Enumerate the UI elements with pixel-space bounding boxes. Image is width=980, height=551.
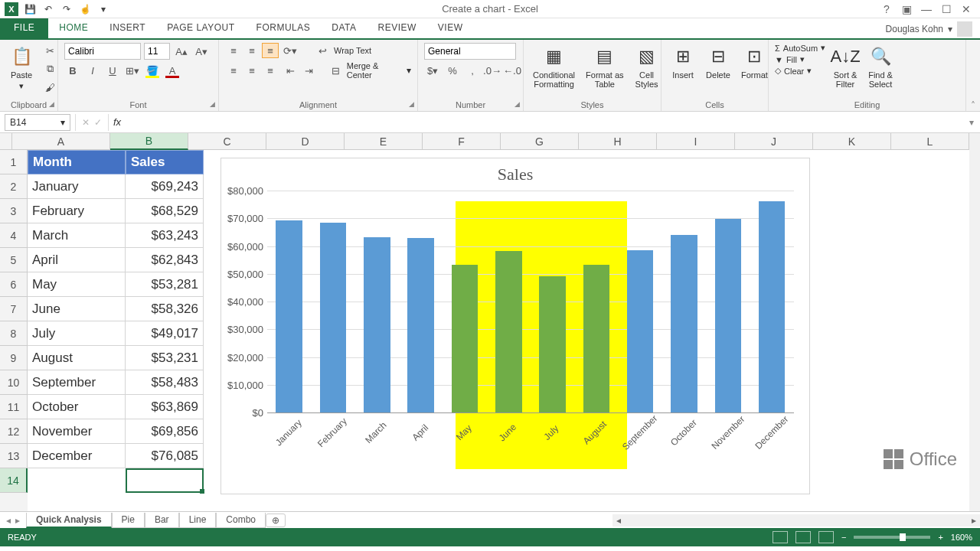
row-header[interactable]: 12 xyxy=(0,419,28,444)
formula-input[interactable] xyxy=(126,114,969,131)
align-bottom-icon[interactable]: ≡ xyxy=(262,43,279,58)
add-sheet-button[interactable]: ⊕ xyxy=(266,514,286,527)
sheet-tab[interactable]: Pie xyxy=(112,513,145,528)
data-cell[interactable]: November xyxy=(28,419,126,444)
bold-button[interactable]: B xyxy=(64,63,81,78)
row-header[interactable]: 5 xyxy=(0,248,28,272)
cut-icon[interactable]: ✂ xyxy=(41,43,58,58)
select-all-button[interactable] xyxy=(0,133,12,150)
column-header[interactable]: A xyxy=(12,133,110,150)
data-cell[interactable]: $58,483 xyxy=(126,370,204,395)
row-header[interactable]: 14 xyxy=(0,468,28,493)
chart-bar[interactable] xyxy=(452,265,478,412)
data-cell[interactable]: $53,231 xyxy=(126,346,204,370)
chart[interactable]: Sales $0$10,000$20,000$30,000$40,000$50,… xyxy=(220,158,810,494)
row-header[interactable]: 7 xyxy=(0,297,28,321)
data-cell[interactable]: January xyxy=(28,174,126,199)
chart-bar[interactable] xyxy=(539,276,565,412)
insert-cells-button[interactable]: ⊞Insert xyxy=(668,43,698,81)
font-size-input[interactable] xyxy=(144,43,170,60)
row-header[interactable]: 4 xyxy=(0,223,28,248)
currency-icon[interactable]: $▾ xyxy=(424,63,441,78)
percent-icon[interactable]: % xyxy=(444,63,461,78)
column-header[interactable]: L xyxy=(891,133,969,150)
increase-font-icon[interactable]: A▴ xyxy=(173,44,190,59)
align-top-icon[interactable]: ≡ xyxy=(225,43,242,58)
decrease-font-icon[interactable]: A▾ xyxy=(193,44,210,59)
copy-icon[interactable]: ⧉ xyxy=(41,61,58,77)
data-cell[interactable]: $63,869 xyxy=(126,395,204,419)
chart-bar[interactable] xyxy=(583,265,609,412)
qat-dropdown-icon[interactable]: ▾ xyxy=(96,2,110,16)
font-name-input[interactable] xyxy=(64,43,141,60)
tab-file[interactable]: FILE xyxy=(0,18,48,38)
column-header[interactable]: E xyxy=(345,133,423,150)
scroll-right-icon[interactable]: ▸ xyxy=(969,516,978,525)
data-cell[interactable]: June xyxy=(28,297,126,321)
underline-button[interactable]: U xyxy=(104,63,121,78)
minimize-icon[interactable]: — xyxy=(919,2,934,17)
column-header[interactable]: K xyxy=(813,133,891,150)
save-icon[interactable]: 💾 xyxy=(23,2,37,16)
tab-view[interactable]: VIEW xyxy=(427,18,474,38)
border-icon[interactable]: ⊞▾ xyxy=(124,63,141,78)
zoom-level[interactable]: 160% xyxy=(951,533,972,542)
font-launcher-icon[interactable]: ◢ xyxy=(210,100,215,108)
user-account[interactable]: Douglas Kohn ▾ xyxy=(886,21,972,37)
row-header[interactable]: 2 xyxy=(0,174,28,199)
autosum-button[interactable]: Σ AutoSum ▾ xyxy=(775,43,825,53)
tab-insert[interactable]: INSERT xyxy=(99,18,156,38)
data-cell[interactable]: $69,856 xyxy=(126,419,204,444)
table-header-cell[interactable]: Sales xyxy=(126,150,204,174)
zoom-out-icon[interactable]: − xyxy=(841,533,846,542)
row-header[interactable]: 11 xyxy=(0,395,28,419)
column-header[interactable]: B xyxy=(110,133,188,150)
data-cell[interactable]: October xyxy=(28,395,126,419)
increase-decimal-icon[interactable]: .0→ xyxy=(484,63,501,78)
sheet-tab[interactable]: Quick Analysis xyxy=(26,513,112,528)
data-cell[interactable]: $49,017 xyxy=(126,321,204,346)
fill-color-icon[interactable]: 🪣 xyxy=(144,63,161,78)
column-header[interactable]: F xyxy=(423,133,501,150)
horizontal-scrollbar[interactable]: ◂ ▸ xyxy=(612,514,980,527)
clear-button[interactable]: ◇ Clear ▾ xyxy=(775,66,825,76)
chart-bar[interactable] xyxy=(407,238,433,412)
data-cell[interactable]: $53,281 xyxy=(126,272,204,297)
sort-filter-button[interactable]: A↓ZSort & Filter xyxy=(830,43,861,90)
collapse-ribbon-icon[interactable]: ˄ xyxy=(966,40,980,111)
sheet-tab[interactable]: Combo xyxy=(216,513,266,528)
chart-bar[interactable] xyxy=(320,223,346,412)
orientation-icon[interactable]: ⟳▾ xyxy=(282,43,299,58)
number-launcher-icon[interactable]: ◢ xyxy=(514,100,520,108)
cell-styles-button[interactable]: ▧Cell Styles xyxy=(632,43,662,90)
row-header[interactable]: 9 xyxy=(0,346,28,370)
decrease-decimal-icon[interactable]: ←.0 xyxy=(504,63,521,78)
data-cell[interactable]: $58,326 xyxy=(126,297,204,321)
expand-formula-icon[interactable]: ▾ xyxy=(969,117,980,128)
table-header-cell[interactable]: Month xyxy=(28,150,126,174)
delete-cells-button[interactable]: ⊟Delete xyxy=(703,43,733,81)
data-cell[interactable]: April xyxy=(28,248,126,272)
increase-indent-icon[interactable]: ⇥ xyxy=(300,63,317,78)
data-cell[interactable]: $68,529 xyxy=(126,199,204,223)
data-cell[interactable]: August xyxy=(28,346,126,370)
row-header[interactable]: 6 xyxy=(0,272,28,297)
tab-page-layout[interactable]: PAGE LAYOUT xyxy=(156,18,245,38)
align-middle-icon[interactable]: ≡ xyxy=(243,43,260,58)
align-center-icon[interactable]: ≡ xyxy=(243,63,260,78)
sheet-tab[interactable]: Line xyxy=(179,513,217,528)
chart-bar[interactable] xyxy=(759,201,785,412)
name-box[interactable]: B14▾ xyxy=(5,114,70,131)
chart-bar[interactable] xyxy=(715,219,741,412)
clipboard-launcher-icon[interactable]: ◢ xyxy=(49,100,54,108)
sheet-nav-next-icon[interactable]: ▸ xyxy=(15,515,20,526)
align-left-icon[interactable]: ≡ xyxy=(225,63,242,78)
format-as-table-button[interactable]: ▤Format as Table xyxy=(583,43,627,90)
chart-bar[interactable] xyxy=(671,235,697,412)
comma-icon[interactable]: , xyxy=(464,63,481,78)
row-header[interactable]: 13 xyxy=(0,444,28,468)
zoom-slider[interactable] xyxy=(854,536,930,539)
data-cell[interactable]: September xyxy=(28,370,126,395)
scroll-left-icon[interactable]: ◂ xyxy=(614,516,623,525)
page-layout-view-icon[interactable] xyxy=(795,531,811,543)
